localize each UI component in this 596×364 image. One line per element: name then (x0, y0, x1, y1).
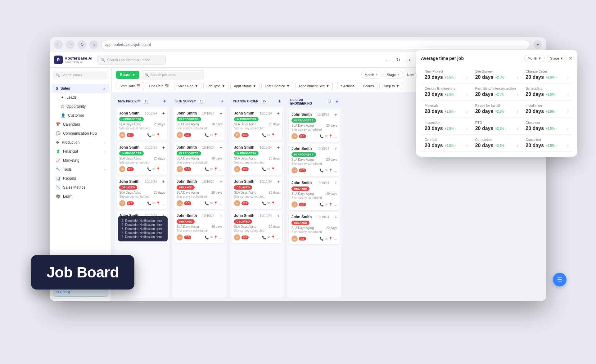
more-icon[interactable]: … (161, 167, 165, 171)
table-row[interactable]: John Smith 10/10/24 + IN PROGRESS SLA Da… (232, 108, 282, 141)
more-icon[interactable]: … (276, 167, 280, 171)
phone-icon[interactable]: 📞 (205, 201, 209, 205)
mail-icon[interactable]: ✉ (210, 236, 213, 240)
card-add[interactable]: + (335, 146, 337, 151)
more-icon[interactable]: … (219, 167, 222, 171)
table-row[interactable]: John Smith 10/10/24 + IN PROGRESS SLA Da… (117, 108, 167, 141)
map-icon[interactable]: 📍 (156, 133, 160, 137)
table-row[interactable]: John Smith 10/10/24 + DELAYED SLA Days A… (117, 177, 167, 209)
more-icon[interactable]: … (334, 134, 337, 138)
metric-arrow[interactable]: › (517, 126, 518, 131)
card-add[interactable]: + (277, 145, 280, 150)
col-add-1[interactable]: + (221, 98, 224, 104)
more-icon[interactable]: … (161, 133, 165, 137)
card-add[interactable]: + (220, 179, 222, 184)
table-row[interactable]: John Smith 10/10/24 + IN PROGRESS SLA Da… (117, 142, 167, 175)
back-button[interactable]: ← (54, 40, 63, 49)
sidebar-item-production[interactable]: ⚙ Production › (52, 138, 110, 147)
map-icon[interactable]: 📍 (271, 167, 275, 171)
more-icon[interactable]: … (219, 133, 222, 137)
phone-icon[interactable]: 📞 (319, 134, 324, 138)
table-row[interactable]: John Smith 10/10/24 + IN PROGRESS SLA Da… (174, 108, 225, 141)
card-add[interactable]: + (277, 179, 280, 184)
col-add-2[interactable]: + (278, 98, 281, 104)
appt-status-filter[interactable]: Appt Status ▼ (230, 82, 260, 90)
phone-icon[interactable]: 📞 (319, 203, 324, 207)
sidebar-item-financial[interactable]: 💲 Financial › (52, 147, 110, 156)
phone-icon[interactable]: 📞 (262, 167, 266, 171)
card-add[interactable]: + (335, 112, 337, 117)
more-icon[interactable]: … (161, 201, 165, 205)
card-add[interactable]: + (220, 213, 222, 218)
metric-arrow[interactable]: › (466, 109, 468, 114)
metric-arrow[interactable]: › (567, 92, 569, 97)
table-row[interactable]: John Smith 10/10/24 + DELAYED SLA Days A… (174, 177, 225, 209)
sidebar-item-learn[interactable]: 📚 Learn (52, 192, 110, 201)
sidebar-item-reports[interactable]: 📊 Reports (52, 174, 110, 183)
month-pill[interactable]: Month ▼ (361, 71, 382, 79)
phone-icon[interactable]: 📞 (147, 133, 151, 137)
mail-icon[interactable]: ✉ (152, 133, 155, 137)
phone-icon[interactable]: 📞 (205, 167, 209, 171)
home-button[interactable]: ⌂ (89, 40, 98, 49)
phone-icon[interactable]: 📞 (205, 133, 209, 137)
metric-arrow[interactable]: › (466, 92, 468, 97)
sidebar-item-tools[interactable]: 🔧 Tools › (52, 165, 110, 174)
map-icon[interactable]: 📍 (156, 167, 160, 171)
map-icon[interactable]: 📍 (214, 167, 218, 171)
sidebar-item-sales[interactable]: $ Sales ∧ (52, 84, 110, 93)
col-add-0[interactable]: + (163, 98, 166, 104)
metric-arrow[interactable]: › (517, 143, 518, 148)
sidebar-item-calendars[interactable]: 📅 Calendars (52, 120, 110, 129)
refresh-button[interactable]: ↻ (78, 40, 86, 49)
more-icon[interactable]: … (219, 236, 222, 240)
actions-button[interactable]: ≡ Actions (337, 82, 358, 90)
card-add[interactable]: + (162, 179, 165, 184)
map-icon[interactable]: 📍 (328, 237, 333, 241)
jump-to-button[interactable]: Jump to ▼ (379, 82, 403, 90)
map-icon[interactable]: 📍 (156, 201, 160, 205)
more-icon[interactable]: … (334, 237, 337, 241)
card-add[interactable]: + (220, 111, 222, 116)
card-add[interactable]: + (162, 111, 165, 116)
table-row[interactable]: John Smith 10/10/24 + IN PROGRESS SLA Da… (289, 144, 340, 176)
topnav-search[interactable]: 🔍 Search Last Name or Phone (97, 55, 166, 65)
card-add[interactable]: + (277, 111, 280, 116)
card-add[interactable]: + (335, 214, 337, 219)
metric-arrow[interactable]: › (567, 143, 569, 148)
card-add[interactable]: + (335, 180, 337, 185)
metric-arrow[interactable]: › (517, 92, 518, 97)
mail-icon[interactable]: ✉ (325, 237, 327, 241)
panel-stage-filter[interactable]: Stage ▼ (547, 55, 567, 62)
panel-month-filter[interactable]: Month ▼ (524, 55, 545, 62)
add-tab-button[interactable]: + (533, 40, 542, 49)
more-icon[interactable]: … (276, 201, 280, 205)
phone-icon[interactable]: 📞 (319, 237, 324, 241)
sidebar-item-communication[interactable]: 💬 Communication Hub (52, 129, 110, 138)
mail-icon[interactable]: ✉ (210, 201, 213, 205)
more-icon[interactable]: … (334, 203, 337, 207)
start-date-filter[interactable]: Start Date 📅 (116, 82, 144, 90)
col-add-3[interactable]: + (336, 99, 338, 105)
metric-arrow[interactable]: › (466, 126, 468, 131)
phone-icon[interactable]: 📞 (262, 133, 266, 137)
table-row[interactable]: John Smith 10/10/24 + IN PROGRESS SLA Da… (174, 142, 225, 175)
nav-refresh-btn[interactable]: ↻ (393, 55, 403, 65)
table-row[interactable]: John Smith 10/10/24 + DELAYED SLA Days A… (174, 211, 225, 243)
stage-pill[interactable]: Stage ▼ (383, 71, 403, 79)
phone-icon[interactable]: 📞 (147, 201, 151, 205)
table-row[interactable]: John Smith 10/10/24 + DELAYED SLA Days A… (232, 177, 282, 209)
map-icon[interactable]: 📍 (214, 236, 218, 240)
boards-button[interactable]: Boards (360, 82, 377, 90)
metric-arrow[interactable]: › (567, 126, 569, 131)
metric-arrow[interactable]: › (567, 109, 569, 114)
metric-arrow[interactable]: › (466, 143, 468, 148)
map-icon[interactable]: 📍 (328, 134, 333, 138)
table-row[interactable]: John Smith 10/10/24 + DELAYED SLA Days A… (232, 211, 282, 243)
end-date-filter[interactable]: End Date 📅 (146, 82, 173, 90)
more-icon[interactable]: … (276, 236, 280, 240)
metric-arrow[interactable]: › (567, 75, 569, 80)
mail-icon[interactable]: ✉ (210, 167, 213, 171)
phone-icon[interactable]: 📞 (205, 236, 209, 240)
map-icon[interactable]: 📍 (328, 169, 333, 173)
